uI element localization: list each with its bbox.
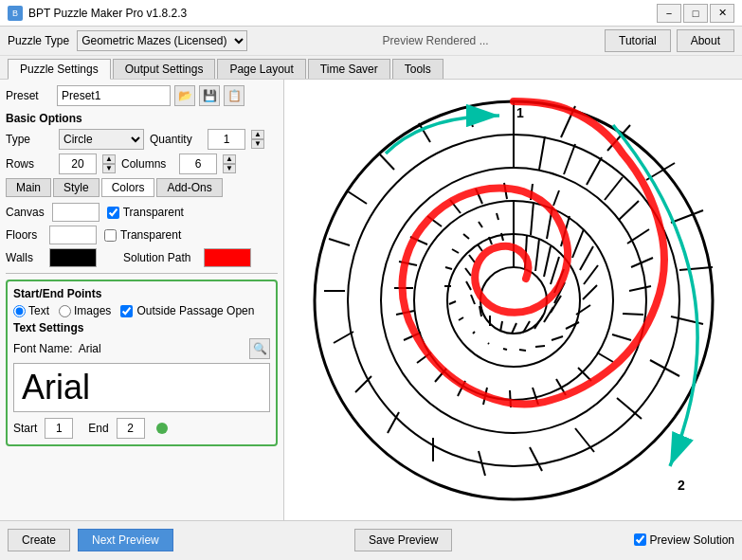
columns-up[interactable]: ▲ (223, 154, 236, 164)
text-settings-title: Text Settings (13, 321, 270, 334)
radio-images-input[interactable] (59, 305, 71, 317)
close-button[interactable]: ✕ (710, 4, 734, 23)
rows-cols-row: Rows ▲ ▼ Columns ▲ ▼ (6, 154, 278, 174)
maze-label-2: 2 (678, 478, 685, 493)
solution-path-label: Solution Path (123, 251, 190, 264)
maze-svg: 1 2 (310, 97, 717, 504)
radio-images-label: Images (74, 304, 111, 317)
rows-input[interactable] (59, 154, 97, 174)
floors-transparent-label: Transparent (120, 228, 181, 242)
type-row: Type Circle Square Triangle Hex Quantity… (6, 129, 278, 150)
font-name-label: Font Name: (13, 342, 73, 355)
sub-tab-colors[interactable]: Colors (101, 178, 155, 197)
font-preview-text: Arial (22, 368, 90, 407)
minimize-button[interactable]: − (657, 4, 681, 23)
quantity-down[interactable]: ▼ (251, 139, 264, 149)
floors-transparent-checkbox[interactable] (104, 229, 117, 242)
type-select[interactable]: Circle Square Triangle Hex (59, 129, 144, 150)
next-preview-button[interactable]: Next Preview (78, 529, 173, 551)
bottom-bar: Create Next Preview Save Preview Preview… (0, 520, 742, 558)
svg-line-73 (488, 343, 489, 344)
tab-puzzle-settings[interactable]: Puzzle Settings (8, 59, 111, 80)
svg-line-70 (535, 346, 545, 347)
start-input[interactable] (45, 418, 73, 439)
font-search-button[interactable]: 🔍 (249, 338, 270, 359)
app-title: BPT Puzzle Maker Pro v1.8.2.3 (28, 7, 187, 20)
sub-tab-addons[interactable]: Add-Ons (156, 178, 222, 197)
quantity-label: Quantity (150, 133, 202, 146)
tabs-row: Puzzle Settings Output Settings Page Lay… (0, 56, 742, 80)
preset-saveas-button[interactable]: 📋 (224, 85, 244, 106)
solution-path-swatch[interactable] (204, 248, 251, 267)
font-name-row: Font Name: Arial 🔍 (13, 338, 270, 359)
outside-passage-checkbox[interactable] (120, 305, 133, 317)
canvas-transparent-label: Transparent (123, 206, 184, 219)
about-button[interactable]: About (677, 29, 734, 52)
preview-label: Preview Rendered ... (383, 34, 489, 47)
sub-tab-main[interactable]: Main (6, 178, 51, 197)
end-input[interactable] (117, 418, 145, 439)
svg-line-37 (623, 314, 643, 315)
radio-images: Images (59, 304, 111, 317)
walls-label: Walls (6, 251, 42, 264)
floors-color-swatch[interactable] (49, 226, 97, 244)
preset-row: Preset 📂 💾 📋 (6, 85, 278, 106)
save-preview-button[interactable]: Save Preview (354, 529, 452, 551)
puzzle-type-select[interactable]: Geometric Mazes (Licensed) (77, 30, 247, 51)
start-end-values-row: Start End (13, 418, 270, 439)
radio-text-label: Text (28, 304, 49, 317)
canvas-row: Canvas Transparent (6, 203, 278, 222)
maze-label-1: 1 (516, 105, 524, 120)
tab-tools[interactable]: Tools (392, 59, 443, 79)
sub-tabs: Main Style Colors Add-Ons (6, 178, 278, 197)
columns-down[interactable]: ▼ (223, 164, 236, 173)
rows-spinner: ▲ ▼ (102, 154, 116, 173)
rows-down[interactable]: ▼ (102, 164, 116, 173)
preset-label: Preset (6, 89, 53, 102)
quantity-up[interactable]: ▲ (251, 130, 264, 139)
preset-open-button[interactable]: 📂 (174, 85, 195, 106)
start-end-box: Start/End Points Text Images Outside Pas… (6, 280, 278, 446)
create-button[interactable]: Create (8, 529, 70, 551)
start-label: Start (13, 422, 37, 435)
type-label: Type (6, 133, 53, 146)
app-icon: B (8, 6, 23, 21)
bottom-left: Create Next Preview (8, 529, 173, 551)
walls-row: Walls Solution Path (6, 248, 278, 267)
preview-solution-checkbox[interactable] (634, 533, 646, 546)
tutorial-button[interactable]: Tutorial (605, 29, 671, 52)
columns-input[interactable] (179, 154, 217, 174)
end-label: End (88, 422, 108, 435)
columns-label: Columns (121, 157, 173, 171)
right-panel: 1 2 (284, 80, 742, 520)
basic-options-label: Basic Options (6, 112, 278, 125)
menu-bar: Puzzle Type Geometric Mazes (Licensed) P… (0, 27, 742, 56)
main-content: Preset 📂 💾 📋 Basic Options Type Circle S… (0, 80, 742, 520)
maze-container: 1 2 (284, 80, 742, 520)
canvas-color-swatch[interactable] (52, 203, 100, 222)
tab-time-saver[interactable]: Time Saver (308, 59, 390, 79)
quantity-spinner: ▲ ▼ (251, 130, 264, 149)
start-end-title: Start/End Points (13, 287, 270, 300)
walls-color-swatch[interactable] (49, 248, 97, 267)
maximize-button[interactable]: □ (683, 4, 708, 23)
puzzle-type-row: Puzzle Type Geometric Mazes (Licensed) (8, 30, 247, 51)
title-bar-controls: − □ ✕ (657, 4, 734, 23)
outside-passage-label: Outside Passage Open (136, 304, 254, 317)
floors-row: Floors Transparent (6, 226, 278, 244)
tab-page-layout[interactable]: Page Layout (217, 59, 305, 79)
bottom-right: Preview Solution (634, 533, 734, 547)
columns-spinner: ▲ ▼ (223, 154, 236, 173)
tab-output-settings[interactable]: Output Settings (113, 59, 216, 79)
preset-input[interactable] (57, 85, 171, 106)
end-indicator (156, 423, 168, 434)
radio-text-input[interactable] (13, 305, 26, 317)
sub-tab-style[interactable]: Style (53, 178, 100, 197)
font-preview-box: Arial (13, 363, 270, 412)
canvas-transparent-row: Transparent (107, 206, 184, 219)
preset-save-button[interactable]: 💾 (199, 85, 220, 106)
canvas-transparent-checkbox[interactable] (107, 207, 119, 219)
radio-text: Text (13, 304, 49, 317)
rows-up[interactable]: ▲ (102, 154, 116, 164)
quantity-input[interactable] (208, 129, 245, 150)
